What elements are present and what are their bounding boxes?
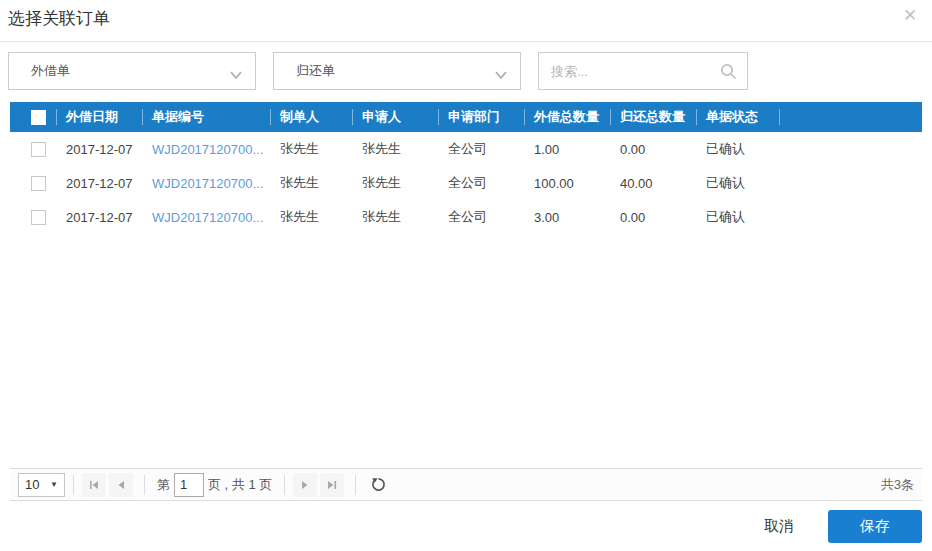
cell-applicant: 张先生	[352, 140, 438, 158]
cell-return-qty: 0.00	[610, 142, 696, 157]
col-header-department[interactable]: 申请部门	[438, 102, 524, 132]
order-type-right-value: 归还单	[274, 62, 335, 80]
col-header-preparer[interactable]: 制单人	[270, 102, 352, 132]
search-box	[538, 52, 748, 90]
row-checkbox[interactable]	[31, 210, 46, 225]
doc-no-link[interactable]: WJD2017120700...	[152, 176, 263, 191]
divider	[144, 475, 145, 495]
col-header-return-qty[interactable]: 归还总数量	[610, 102, 696, 132]
cell-department: 全公司	[438, 208, 524, 226]
doc-no-link[interactable]: WJD2017120700...	[152, 142, 263, 157]
col-header-loan-date[interactable]: 外借日期	[56, 102, 142, 132]
table-header-row: 外借日期 单据编号 制单人 申请人 申请部门 外借总数量 归还总数量 单据状态	[10, 102, 922, 132]
cell-loan-qty: 100.00	[524, 176, 610, 191]
order-type-left-dropdown[interactable]: 外借单	[8, 52, 256, 90]
cell-department: 全公司	[438, 140, 524, 158]
cell-loan-qty: 1.00	[524, 142, 610, 157]
cell-status: 已确认	[696, 140, 779, 158]
cell-department: 全公司	[438, 174, 524, 192]
cell-status: 已确认	[696, 208, 779, 226]
cell-preparer: 张先生	[270, 140, 352, 158]
cancel-button[interactable]: 取消	[764, 517, 794, 536]
search-input[interactable]	[539, 53, 747, 89]
col-header-filler	[779, 102, 922, 132]
doc-no-link[interactable]: WJD2017120700...	[152, 210, 263, 225]
refresh-icon[interactable]	[366, 473, 390, 497]
prev-page-button[interactable]	[109, 473, 133, 497]
row-checkbox[interactable]	[31, 142, 46, 157]
col-header-applicant[interactable]: 申请人	[352, 102, 438, 132]
cell-loan-qty: 3.00	[524, 210, 610, 225]
pagination-bar: 10 ▼ 第 页 , 共 1 页 共3条	[10, 468, 922, 501]
last-page-button[interactable]	[320, 473, 344, 497]
first-page-button[interactable]	[82, 473, 106, 497]
page-size-value: 10	[25, 477, 39, 492]
cell-return-qty: 40.00	[610, 176, 696, 191]
col-header-status[interactable]: 单据状态	[696, 102, 779, 132]
chevron-down-icon	[229, 66, 243, 84]
total-count-label: 共3条	[881, 476, 914, 494]
row-checkbox[interactable]	[31, 176, 46, 191]
cell-preparer: 张先生	[270, 174, 352, 192]
cell-applicant: 张先生	[352, 208, 438, 226]
divider	[73, 475, 74, 495]
chevron-down-icon	[494, 66, 508, 84]
select-all-checkbox[interactable]	[31, 110, 46, 125]
cell-applicant: 张先生	[352, 174, 438, 192]
page-title: 选择关联订单	[8, 7, 110, 30]
close-icon[interactable]: ✕	[900, 6, 920, 26]
filter-row: 外借单 归还单	[8, 52, 748, 90]
divider	[284, 475, 285, 495]
order-type-left-value: 外借单	[9, 62, 70, 80]
next-page-button[interactable]	[293, 473, 317, 497]
col-header-loan-qty[interactable]: 外借总数量	[524, 102, 610, 132]
page-number-input[interactable]	[174, 473, 204, 497]
select-arrow-icon: ▼	[50, 480, 58, 489]
divider	[355, 475, 356, 495]
cell-loan-date: 2017-12-07	[56, 142, 142, 157]
dialog-footer: 取消 保存	[764, 509, 922, 543]
orders-table: 外借日期 单据编号 制单人 申请人 申请部门 外借总数量 归还总数量 单据状态 …	[10, 102, 922, 234]
header-checkbox-cell	[10, 102, 56, 132]
cell-status: 已确认	[696, 174, 779, 192]
cell-loan-date: 2017-12-07	[56, 210, 142, 225]
table-row[interactable]: 2017-12-07 WJD2017120700... 张先生 张先生 全公司 …	[10, 166, 922, 200]
cell-preparer: 张先生	[270, 208, 352, 226]
save-button[interactable]: 保存	[828, 510, 922, 543]
page-prefix-label: 第	[157, 476, 170, 494]
page-suffix-label: 页 , 共 1 页	[208, 476, 272, 494]
table-row[interactable]: 2017-12-07 WJD2017120700... 张先生 张先生 全公司 …	[10, 132, 922, 166]
cell-loan-date: 2017-12-07	[56, 176, 142, 191]
dialog-title-bar: 选择关联订单 ✕	[0, 0, 932, 42]
page-size-select[interactable]: 10 ▼	[18, 473, 65, 497]
table-row[interactable]: 2017-12-07 WJD2017120700... 张先生 张先生 全公司 …	[10, 200, 922, 234]
col-header-doc-no[interactable]: 单据编号	[142, 102, 270, 132]
cell-return-qty: 0.00	[610, 210, 696, 225]
search-icon[interactable]	[720, 63, 737, 84]
order-type-right-dropdown[interactable]: 归还单	[273, 52, 521, 90]
